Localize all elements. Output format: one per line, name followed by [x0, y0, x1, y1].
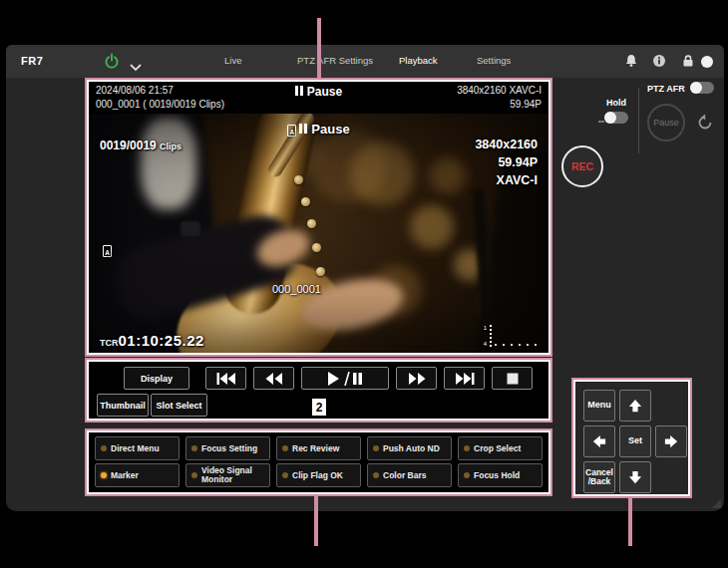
- tab-settings[interactable]: Settings: [477, 55, 511, 66]
- play-pause-icon: [327, 372, 363, 386]
- assign-button-direct-menu[interactable]: Direct Menu: [95, 436, 180, 460]
- annotation-marker-2: 2: [312, 399, 326, 416]
- led-indicator: [282, 445, 288, 451]
- led-indicator: [373, 445, 379, 451]
- play-pause-button[interactable]: [301, 367, 389, 390]
- power-icon[interactable]: [104, 53, 120, 73]
- arrow-down-icon: [628, 470, 642, 484]
- arrow-left-icon: [592, 434, 606, 448]
- playback-viewer: 2024/08/06 21:57 3840x2160 XAVC-I Pause …: [89, 82, 548, 353]
- skip-back-icon: [216, 373, 236, 385]
- clip-counter-overlay: 0019/0019 Clips: [100, 139, 182, 152]
- annotation-line-bottom-left: [314, 494, 318, 546]
- media-a-icon: A: [287, 125, 296, 137]
- led-indicator: [101, 472, 107, 478]
- menu-button[interactable]: Menu: [583, 390, 615, 422]
- format-overlay: 3840x2160 59.94P XAVC-I: [475, 136, 538, 189]
- tab-live[interactable]: Live: [224, 55, 241, 66]
- assign-button-clip-flag-ok[interactable]: Clip Flag OK: [276, 463, 361, 487]
- fast-forward-icon: [408, 373, 426, 385]
- skip-back-button[interactable]: [205, 367, 246, 390]
- timecode-overlay: TCR01:10:25.22: [100, 332, 204, 349]
- arrow-up-icon: [628, 399, 642, 413]
- video-status-overlay: APause: [89, 122, 548, 137]
- led-indicator: [282, 472, 288, 478]
- rec-hold-connector: [598, 121, 604, 123]
- tab-ptz-afr-settings[interactable]: PTZ AFR Settings: [297, 55, 373, 66]
- cancel-back-button[interactable]: Cancel /Back: [583, 461, 615, 493]
- audio-level-meter: 14: [484, 325, 539, 347]
- video-frame[interactable]: APause 0019/0019 Clips 3840x2160 59.94P …: [89, 114, 548, 353]
- clip-name-info: 000_0001 ( 0019/0019 Clips): [96, 99, 224, 110]
- app-title: FR7: [21, 55, 43, 67]
- display-button[interactable]: Display: [124, 367, 189, 390]
- stop-icon: [507, 373, 519, 385]
- tab-playback[interactable]: Playback: [399, 55, 438, 66]
- assignable-button-panel: Direct Menu Focus Setting Rec Review Pus…: [89, 432, 548, 492]
- ptz-afr-toggle[interactable]: [690, 82, 714, 94]
- playback-status: Pause: [89, 85, 548, 99]
- led-indicator: [191, 445, 197, 451]
- panel-divider: [638, 88, 639, 153]
- skip-forward-icon: [455, 373, 475, 385]
- media-a-icon: A: [103, 245, 112, 257]
- fast-forward-button[interactable]: [396, 367, 437, 390]
- arrow-down-button[interactable]: [619, 461, 651, 493]
- pause-icon: [295, 86, 303, 96]
- toggle-knob: [690, 82, 702, 94]
- annotation-line-bottom-right: [628, 497, 632, 546]
- led-indicator: [464, 445, 470, 451]
- hold-toggle[interactable]: [604, 112, 628, 124]
- framerate-info: 59.94P: [510, 99, 542, 110]
- arrow-left-button[interactable]: [583, 426, 615, 457]
- bell-icon[interactable]: [624, 54, 638, 72]
- clip-name-overlay: 000_0001: [272, 283, 321, 295]
- annotation-line-top: [317, 18, 321, 80]
- toggle-knob: [701, 56, 713, 68]
- framerate-overlay: 59.94P: [475, 153, 538, 171]
- codec-overlay: XAVC-I: [475, 171, 538, 189]
- set-button[interactable]: Set: [619, 426, 651, 457]
- assign-button-push-auto-nd[interactable]: Push Auto ND: [367, 436, 452, 460]
- stop-button[interactable]: [492, 367, 533, 390]
- media-a-indicator: A: [103, 240, 115, 258]
- assign-button-rec-review[interactable]: Rec Review: [276, 436, 361, 460]
- arrow-right-icon: [664, 434, 678, 448]
- arrow-right-button[interactable]: [655, 426, 687, 457]
- assign-button-marker[interactable]: Marker: [95, 463, 180, 487]
- top-bar: FR7 Live PTZ AFR Settings Playback Setti…: [6, 45, 724, 78]
- pause-icon: [299, 124, 307, 134]
- assign-button-focus-setting[interactable]: Focus Setting: [185, 436, 270, 460]
- info-icon[interactable]: [652, 54, 666, 72]
- resolution-overlay: 3840x2160: [475, 136, 538, 153]
- led-indicator: [464, 472, 470, 478]
- ptz-afr-label: PTZ AFR: [647, 84, 685, 94]
- led-indicator: [373, 472, 379, 478]
- assign-button-video-signal-monitor[interactable]: Video Signal Monitor: [185, 463, 270, 487]
- led-indicator: [101, 445, 107, 451]
- assign-button-crop-select[interactable]: Crop Select: [458, 436, 543, 460]
- skip-forward-button[interactable]: [444, 367, 485, 390]
- arrow-up-button[interactable]: [619, 390, 651, 422]
- reset-icon[interactable]: [695, 113, 715, 137]
- toggle-knob: [604, 112, 616, 124]
- chevron-down-icon[interactable]: [130, 58, 142, 76]
- hold-label: Hold: [606, 98, 626, 108]
- lock-icon: [681, 54, 695, 72]
- rewind-button[interactable]: [253, 367, 294, 390]
- slot-select-button[interactable]: Slot Select: [151, 394, 207, 417]
- window-resize-grip: [712, 499, 721, 508]
- assign-button-color-bars[interactable]: Color Bars: [367, 463, 452, 487]
- thumbnail-button[interactable]: Thumbnail: [97, 394, 149, 417]
- pause-button[interactable]: Pause: [647, 104, 685, 142]
- assign-button-focus-hold[interactable]: Focus Hold: [458, 463, 543, 487]
- led-indicator: [191, 472, 197, 478]
- rewind-icon: [265, 373, 283, 385]
- rec-button[interactable]: REC: [561, 145, 603, 187]
